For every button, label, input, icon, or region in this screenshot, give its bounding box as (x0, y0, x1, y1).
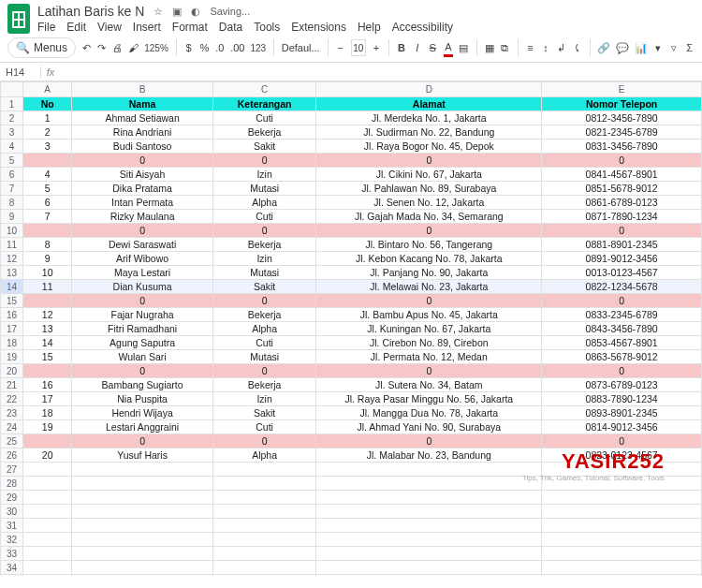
cell[interactable]: Wulan Sari (72, 350, 213, 364)
cell[interactable]: Nia Puspita (72, 392, 213, 406)
cell[interactable]: 0863-5678-9012 (542, 350, 702, 364)
functions-button[interactable]: Σ (684, 38, 695, 57)
cell[interactable]: 0 (316, 364, 542, 378)
cell[interactable]: Jl. Cirebon No. 89, Cirebon (316, 336, 542, 350)
cell[interactable]: 0 (316, 434, 542, 448)
cell[interactable]: Nomor Telepon (542, 97, 702, 111)
font-size-field[interactable]: 10 (351, 39, 366, 56)
cell[interactable] (72, 533, 213, 547)
row-header[interactable]: 9 (1, 210, 23, 224)
cell[interactable]: 0013-0123-4567 (542, 266, 702, 280)
cell[interactable]: Cuti (212, 420, 315, 434)
cell[interactable] (542, 533, 702, 547)
cell[interactable]: 0851-5678-9012 (542, 182, 702, 196)
cell[interactable]: 10 (23, 266, 72, 280)
cell[interactable]: Cuti (212, 336, 315, 350)
cell[interactable] (212, 533, 315, 547)
cell[interactable] (72, 491, 213, 505)
cell[interactable] (316, 505, 542, 519)
cell[interactable]: 5 (23, 182, 72, 196)
cell[interactable] (23, 154, 72, 168)
cell[interactable]: Hendri Wijaya (72, 406, 213, 420)
horiz-align-button[interactable]: ≡ (525, 38, 535, 57)
cell[interactable] (23, 294, 72, 308)
cell[interactable] (212, 575, 315, 577)
sheets-logo-icon[interactable] (7, 4, 30, 34)
cell[interactable]: Jl. Mangga Dua No. 78, Jakarta (316, 406, 542, 420)
cell[interactable] (23, 491, 72, 505)
menu-file[interactable]: File (37, 21, 55, 34)
row-header[interactable]: 23 (1, 406, 23, 420)
cell[interactable]: 0833-2345-6789 (542, 308, 702, 322)
cell[interactable]: Jl. Melawai No. 23, Jakarta (316, 280, 542, 294)
cell[interactable]: Mutasi (212, 182, 315, 196)
rotate-button[interactable]: ⤹ (572, 38, 582, 57)
cell[interactable] (72, 561, 213, 575)
cell[interactable]: Jl. Bambu Apus No. 45, Jakarta (316, 308, 542, 322)
row-header[interactable]: 31 (1, 519, 23, 533)
cell[interactable]: Bekerja (212, 238, 315, 252)
cell[interactable]: 0 (316, 224, 542, 238)
row-header[interactable]: 27 (1, 463, 23, 477)
row-header[interactable]: 30 (1, 505, 23, 519)
row-header[interactable]: 10 (1, 224, 23, 238)
row-header[interactable]: 29 (1, 491, 23, 505)
wrap-button[interactable]: ↲ (556, 38, 566, 57)
cell[interactable]: 0812-3456-7890 (542, 111, 702, 125)
cell[interactable]: 0893-8901-2345 (542, 406, 702, 420)
bold-button[interactable]: B (397, 38, 407, 57)
cell[interactable] (23, 434, 72, 448)
cell[interactable]: Bekerja (212, 125, 315, 140)
increase-decimal-button[interactable]: .00 (230, 38, 244, 57)
cell[interactable]: 0871-7890-1234 (542, 210, 702, 224)
row-header[interactable]: 15 (1, 294, 23, 308)
cell[interactable]: 17 (23, 392, 72, 406)
cell[interactable] (72, 463, 213, 477)
cell[interactable]: 0 (72, 294, 213, 308)
comment-button[interactable]: 💬 (616, 38, 629, 57)
cell[interactable]: 19 (23, 420, 72, 434)
cell[interactable] (542, 505, 702, 519)
cell[interactable] (72, 547, 213, 561)
cell[interactable]: 0881-8901-2345 (542, 238, 702, 252)
cell[interactable]: 18 (23, 406, 72, 420)
cell[interactable]: Intan Permata (72, 196, 213, 210)
row-header[interactable]: 4 (1, 140, 23, 154)
cell[interactable] (212, 505, 315, 519)
row-header[interactable]: 28 (1, 477, 23, 491)
cell[interactable]: Siti Aisyah (72, 168, 213, 182)
cell[interactable]: Fajar Nugraha (72, 308, 213, 322)
row-header[interactable]: 24 (1, 420, 23, 434)
cell[interactable]: Cuti (212, 111, 315, 125)
cell[interactable]: Dewi Saraswati (72, 238, 213, 252)
cell[interactable] (316, 491, 542, 505)
vert-align-button[interactable]: ↕ (541, 38, 551, 57)
cell[interactable]: Jl. Cikini No. 67, Jakarta (316, 168, 542, 182)
cell[interactable]: 0 (212, 294, 315, 308)
cell[interactable]: Sakit (212, 280, 315, 294)
row-header[interactable]: 26 (1, 448, 23, 463)
name-box[interactable]: H14 (0, 66, 41, 78)
cell[interactable]: 9 (23, 252, 72, 266)
cell[interactable]: Izin (212, 252, 315, 266)
cell[interactable]: 2 (23, 125, 72, 140)
cell[interactable]: 0 (542, 364, 702, 378)
cell[interactable]: 0841-4567-8901 (542, 168, 702, 182)
cell[interactable]: 11 (23, 280, 72, 294)
menu-accessibility[interactable]: Accessibility (392, 21, 453, 34)
cell[interactable]: Izin (212, 392, 315, 406)
font-family-dropdown[interactable]: Defaul... (282, 42, 320, 53)
cell[interactable]: 0 (542, 294, 702, 308)
cell[interactable]: Jl. Kebon Kacang No. 78, Jakarta (316, 252, 542, 266)
menu-tools[interactable]: Tools (254, 21, 280, 34)
col-header-E[interactable]: E (542, 82, 702, 97)
zoom-dropdown[interactable]: 125% (144, 38, 168, 57)
cell[interactable]: 0 (72, 154, 213, 168)
cell[interactable]: Rizky Maulana (72, 210, 213, 224)
col-header-D[interactable]: D (316, 82, 542, 97)
cell[interactable]: 0 (212, 364, 315, 378)
currency-button[interactable]: $ (183, 38, 194, 57)
move-folder-icon[interactable]: ▣ (170, 5, 183, 18)
row-header[interactable]: 8 (1, 196, 23, 210)
paint-format-button[interactable]: 🖌 (128, 38, 139, 57)
